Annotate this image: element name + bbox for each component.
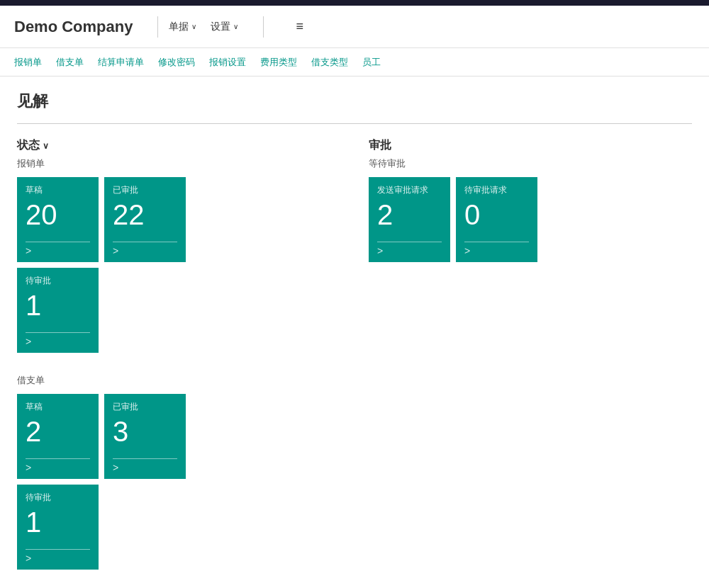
subnav-item-loan-type[interactable]: 借支类型 <box>311 56 348 69</box>
loan-card-label-draft: 草稿 <box>26 401 90 413</box>
expense-cards-row-2: 待审批 1 > <box>17 268 340 353</box>
chevron-down-icon: ∨ <box>233 23 238 30</box>
main-content: 见解 状态 ∨ 报销单 草稿 20 > 已审批 22 > <box>0 77 709 588</box>
approval-pending-label: 待审批请求 <box>464 184 529 196</box>
loan-card-label-pending: 待审批 <box>26 492 90 504</box>
card-divider <box>26 549 90 550</box>
section-divider <box>17 123 692 124</box>
menu-icon[interactable]: ≡ <box>296 19 303 34</box>
card-arrow-draft: > <box>26 245 90 256</box>
loan-label: 借支单 <box>17 374 340 387</box>
card-divider <box>26 458 90 459</box>
loan-section: 借支单 草稿 2 > 已审批 3 > <box>17 374 340 570</box>
subnav-item-employee[interactable]: 员工 <box>362 56 381 69</box>
subnav-item-password[interactable]: 修改密码 <box>158 56 195 69</box>
status-column: 状态 ∨ 报销单 草稿 20 > 已审批 22 > <box>17 138 340 575</box>
header-nav: 单据 ∨ 设置 ∨ ≡ <box>169 16 303 38</box>
nav-item-single[interactable]: 单据 ∨ <box>169 21 196 33</box>
chevron-down-icon: ∨ <box>191 23 196 30</box>
card-arrow-approved: > <box>113 245 177 256</box>
dashboard-grid: 状态 ∨ 报销单 草稿 20 > 已审批 22 > <box>17 138 692 575</box>
card-label-draft: 草稿 <box>26 184 90 196</box>
approval-column: 审批 等待审批 发送审批请求 2 > 待审批请求 0 > <box>369 138 692 575</box>
approval-subtitle: 等待审批 <box>369 157 692 170</box>
loan-card-arrow-approved: > <box>113 462 177 473</box>
subnav-item-expense-type[interactable]: 费用类型 <box>260 56 297 69</box>
subnav-item-loan[interactable]: 借支单 <box>56 56 84 69</box>
nav-item-settings[interactable]: 设置 ∨ <box>211 21 238 33</box>
expense-pending-card[interactable]: 待审批 1 > <box>17 268 99 353</box>
card-number-approved: 22 <box>113 199 177 239</box>
card-arrow-pending: > <box>26 336 90 347</box>
expense-label: 报销单 <box>17 157 340 170</box>
approval-sent-card[interactable]: 发送审批请求 2 > <box>369 177 450 262</box>
loan-cards-row-1: 草稿 2 > 已审批 3 > <box>17 394 340 479</box>
company-name: Demo Company <box>14 18 133 36</box>
header-divider <box>157 16 158 38</box>
loan-card-number-draft: 2 <box>26 416 90 456</box>
header: Demo Company 单据 ∨ 设置 ∨ ≡ <box>0 6 709 48</box>
top-bar <box>0 0 709 6</box>
approval-cards-row: 发送审批请求 2 > 待审批请求 0 > <box>369 177 692 262</box>
sub-nav: 报销单 借支单 结算申请单 修改密码 报销设置 费用类型 借支类型 员工 <box>0 48 709 77</box>
expense-cards-row-1: 草稿 20 > 已审批 22 > <box>17 177 340 262</box>
expense-draft-card[interactable]: 草稿 20 > <box>17 177 99 262</box>
loan-card-number-approved: 3 <box>113 416 177 456</box>
loan-approved-card[interactable]: 已审批 3 > <box>104 394 186 479</box>
loan-pending-card[interactable]: 待审批 1 > <box>17 485 99 570</box>
card-label-pending: 待审批 <box>26 275 90 287</box>
loan-card-number-pending: 1 <box>26 507 90 546</box>
approval-section-title: 审批 <box>369 138 692 153</box>
subnav-item-expense[interactable]: 报销单 <box>14 56 42 69</box>
status-section-title: 状态 ∨ <box>17 138 340 153</box>
approval-sent-arrow: > <box>377 245 442 256</box>
loan-cards-row-2: 待审批 1 > <box>17 485 340 570</box>
approval-pending-arrow: > <box>464 245 529 256</box>
page-title: 见解 <box>17 91 692 112</box>
loan-card-label-approved: 已审批 <box>113 401 177 413</box>
card-divider <box>464 242 529 242</box>
loan-draft-card[interactable]: 草稿 2 > <box>17 394 99 479</box>
subnav-item-expense-settings[interactable]: 报销设置 <box>209 56 246 69</box>
card-divider <box>113 458 177 459</box>
expense-approved-card[interactable]: 已审批 22 > <box>104 177 186 262</box>
card-divider <box>113 242 177 242</box>
subnav-item-settlement[interactable]: 结算申请单 <box>98 56 144 69</box>
loan-card-arrow-draft: > <box>26 462 90 473</box>
header-divider-2 <box>263 16 264 38</box>
approval-sent-label: 发送审批请求 <box>377 184 442 196</box>
card-divider <box>377 242 442 242</box>
card-divider <box>26 332 90 333</box>
approval-pending-number: 0 <box>464 199 529 239</box>
card-number-pending: 1 <box>26 290 90 329</box>
card-divider <box>26 242 90 242</box>
card-label-approved: 已审批 <box>113 184 177 196</box>
loan-card-arrow-pending: > <box>26 553 90 564</box>
approval-pending-card[interactable]: 待审批请求 0 > <box>456 177 537 262</box>
chevron-down-icon: ∨ <box>43 141 49 151</box>
approval-sent-number: 2 <box>377 199 442 239</box>
card-number-draft: 20 <box>26 199 90 239</box>
